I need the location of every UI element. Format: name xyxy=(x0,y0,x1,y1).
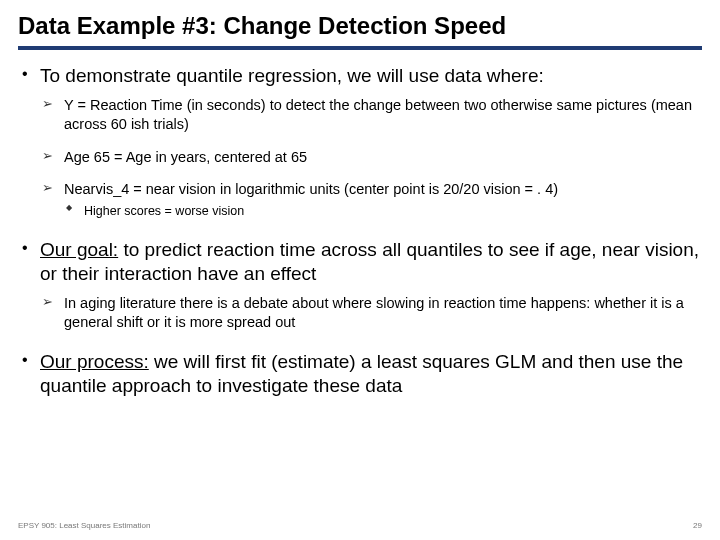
bullet-2-rest: to predict reaction time across all quan… xyxy=(40,239,699,284)
footer-page: 29 xyxy=(693,521,702,530)
bullet-1-sub-3-subs: Higher scores = worse vision xyxy=(64,203,702,219)
bullet-1-sub-3-text: Nearvis_4 = near vision in logarithmic u… xyxy=(64,181,558,197)
bullet-1-sub-3: Nearvis_4 = near vision in logarithmic u… xyxy=(40,180,702,219)
slide: Data Example #3: Change Detection Speed … xyxy=(0,0,720,540)
bullet-3: Our process: we will first fit (estimate… xyxy=(18,350,702,399)
bullet-1-text: To demonstrate quantile regression, we w… xyxy=(40,65,544,86)
bullet-2-sub-1: In aging literature there is a debate ab… xyxy=(40,294,702,332)
footer: EPSY 905: Least Squares Estimation 29 xyxy=(18,521,702,530)
bullet-1-sub-2: Age 65 = Age in years, centered at 65 xyxy=(40,148,702,167)
bullet-1-subs: Y = Reaction Time (in seconds) to detect… xyxy=(40,96,702,220)
bullet-1: To demonstrate quantile regression, we w… xyxy=(18,64,702,220)
bullet-list: To demonstrate quantile regression, we w… xyxy=(18,64,702,399)
title-rule xyxy=(18,46,702,50)
slide-title: Data Example #3: Change Detection Speed xyxy=(18,12,702,40)
bullet-2-subs: In aging literature there is a debate ab… xyxy=(40,294,702,332)
footer-left: EPSY 905: Least Squares Estimation xyxy=(18,521,150,530)
bullet-2: Our goal: to predict reaction time acros… xyxy=(18,238,702,332)
bullet-1-sub-3a: Higher scores = worse vision xyxy=(64,203,702,219)
bullet-2-lead: Our goal: xyxy=(40,239,118,260)
bullet-3-lead: Our process: xyxy=(40,351,149,372)
bullet-1-sub-1: Y = Reaction Time (in seconds) to detect… xyxy=(40,96,702,134)
